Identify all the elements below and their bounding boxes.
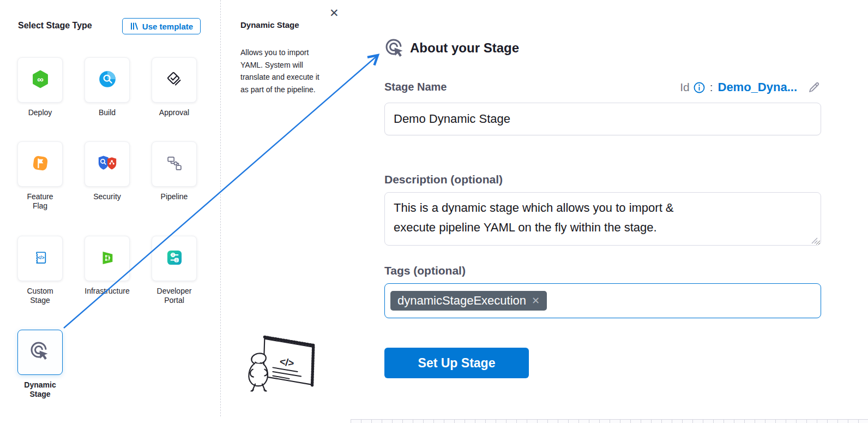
deploy-icon: ∞ xyxy=(31,69,50,91)
stage-label: Build xyxy=(99,108,116,117)
stage-label: Custom Stage xyxy=(27,287,53,305)
stage-card-approval[interactable] xyxy=(152,57,197,103)
about-panel-title: About your Stage xyxy=(410,40,519,56)
page-title: Select Stage Type xyxy=(18,21,92,31)
stage-id-row: Id : Demo_Dyna... xyxy=(680,80,821,94)
use-template-button[interactable]: Use template xyxy=(122,18,201,34)
info-icon[interactable] xyxy=(694,82,705,93)
description-textarea[interactable]: This is a dynamic stage which allows you… xyxy=(384,192,821,246)
template-library-icon xyxy=(130,22,138,31)
stage-type-row-2: Feature Flag Security xyxy=(7,141,208,211)
custom-stage-icon: </> xyxy=(31,248,50,269)
set-up-stage-button[interactable]: Set Up Stage xyxy=(384,348,529,378)
pipeline-canvas-grid-edge xyxy=(351,419,868,423)
stage-card-security[interactable] xyxy=(85,141,130,187)
tag-remove-icon[interactable]: ✕ xyxy=(532,296,540,306)
info-panel-title: Dynamic Stage xyxy=(240,20,299,29)
stage-card-infrastructure[interactable] xyxy=(85,236,130,281)
stage-label: Infrastructure xyxy=(85,287,129,296)
stage-card-feature-flag[interactable] xyxy=(17,141,63,187)
svg-text:∞: ∞ xyxy=(37,74,44,84)
stage-label: Developer Portal xyxy=(157,287,192,305)
stage-label: Dynamic Stage xyxy=(24,380,56,399)
stage-type-row-1: ∞ Deploy Build xyxy=(7,57,208,117)
stage-label: Pipeline xyxy=(161,192,188,201)
description-label: Description (optional) xyxy=(384,173,503,186)
stage-card-deploy[interactable]: ∞ xyxy=(17,57,63,103)
pipeline-icon xyxy=(165,154,184,175)
info-panel-description: Allows you to import YAML. System will t… xyxy=(240,46,324,96)
approval-icon xyxy=(164,69,185,92)
stage-type-row-3: </> Custom Stage Infrastructure xyxy=(7,236,208,305)
tag-chip-label: dynamicStageExecution xyxy=(397,294,526,308)
edit-pencil-icon[interactable] xyxy=(807,81,821,94)
security-icon xyxy=(97,153,118,175)
tag-chip: dynamicStageExecution ✕ xyxy=(390,291,547,311)
tags-input[interactable]: dynamicStageExecution ✕ xyxy=(384,283,821,318)
dynamic-stage-icon xyxy=(384,38,406,62)
stage-label: Deploy xyxy=(28,108,52,117)
stage-card-pipeline[interactable] xyxy=(152,141,197,187)
feature-flag-icon xyxy=(31,153,50,175)
stage-label: Security xyxy=(93,192,121,201)
stage-name-input[interactable] xyxy=(384,103,821,135)
stage-id-value[interactable]: Demo_Dyna... xyxy=(718,80,798,94)
stage-type-row-4: Dynamic Stage xyxy=(7,330,208,399)
tags-label: Tags (optional) xyxy=(384,264,466,277)
id-label: Id xyxy=(680,81,690,94)
build-icon xyxy=(98,69,117,91)
stage-card-build[interactable] xyxy=(85,57,130,103)
svg-text:</>: </> xyxy=(279,355,295,368)
developer-portal-icon xyxy=(165,248,184,270)
stage-label: Approval xyxy=(159,108,189,117)
stage-card-custom-stage[interactable]: </> xyxy=(17,236,63,281)
svg-text:</>: </> xyxy=(38,255,44,260)
infrastructure-icon xyxy=(98,248,117,269)
stage-card-dynamic-stage[interactable] xyxy=(17,330,63,375)
stage-label: Feature Flag xyxy=(27,192,53,211)
close-icon[interactable]: ✕ xyxy=(329,7,339,19)
id-separator: : xyxy=(710,81,713,94)
person-presenting-code-whiteboard-illustration: </> xyxy=(247,334,323,413)
stage-name-label: Stage Name xyxy=(384,81,447,93)
dynamic-stage-icon xyxy=(29,341,51,365)
panel-divider xyxy=(220,0,221,416)
stage-card-developer-portal[interactable] xyxy=(152,236,197,281)
